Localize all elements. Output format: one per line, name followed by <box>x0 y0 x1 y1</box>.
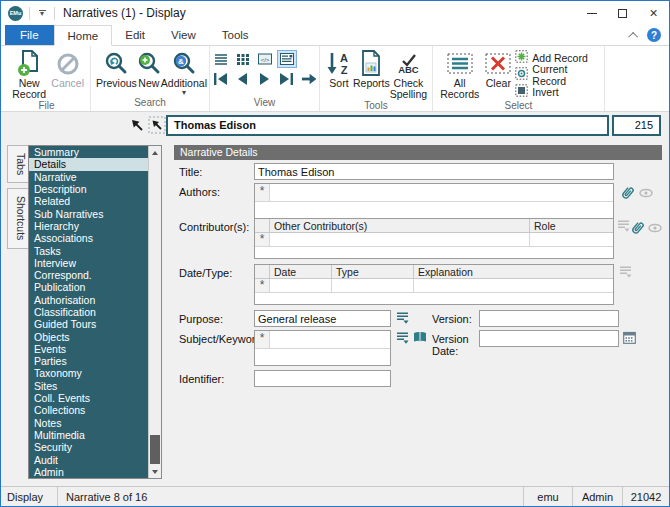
quick-access-dropdown[interactable]: ▾ <box>36 10 48 17</box>
sidebar-item-notes[interactable]: Notes <box>29 417 148 429</box>
contact-sheet-view-button[interactable] <box>234 51 252 67</box>
date-cell[interactable] <box>270 279 332 292</box>
scroll-down-icon[interactable] <box>149 465 161 478</box>
help-icon[interactable]: ? <box>647 28 661 42</box>
tab-file[interactable]: File <box>5 25 54 45</box>
scrollbar-thumb[interactable] <box>150 435 160 464</box>
new-search-button[interactable]: New <box>137 49 161 89</box>
contributors-col-header: Other Contributor(s) <box>270 219 530 232</box>
tab-home[interactable]: Home <box>54 25 113 46</box>
previous-record-button[interactable] <box>234 72 252 86</box>
drag-record-icon[interactable] <box>130 118 145 137</box>
version-input[interactable] <box>479 310 619 327</box>
scroll-up-icon[interactable] <box>149 146 161 159</box>
date-type-empty-row[interactable] <box>255 293 613 304</box>
new-record-button[interactable]: New Record <box>8 49 50 100</box>
last-record-button[interactable] <box>278 72 296 86</box>
title-input[interactable] <box>254 163 614 180</box>
sidebar-item-objects[interactable]: Objects <box>29 330 148 342</box>
sidebar-item-parties[interactable]: Parties <box>29 355 148 367</box>
lookup-list-icon[interactable] <box>619 265 632 278</box>
attachment-icon[interactable] <box>620 184 635 202</box>
contributor-cell[interactable] <box>270 233 530 246</box>
version-date-input[interactable] <box>479 330 619 347</box>
subject-cell[interactable] <box>270 331 390 348</box>
tabs-vertical-tab[interactable]: Tabs <box>7 145 28 183</box>
sidebar-item-security[interactable]: Security <box>29 441 148 453</box>
sidebar-item-taxonomy[interactable]: Taxonomy <box>29 367 148 379</box>
identifier-input[interactable] <box>254 370 391 387</box>
details-view-button[interactable] <box>278 51 296 67</box>
sidebar-item-events[interactable]: Events <box>29 343 148 355</box>
eye-icon[interactable] <box>648 223 662 233</box>
sidebar-item-correspond[interactable]: Correspond. <box>29 269 148 281</box>
explanation-cell[interactable] <box>414 279 613 292</box>
sidebar-item-collections[interactable]: Collections <box>29 404 148 416</box>
current-record-button[interactable]: Current Record <box>515 67 599 82</box>
sidebar-item-audit[interactable]: Audit <box>29 453 148 465</box>
subject-keywords-grid[interactable]: * <box>254 330 391 366</box>
contributors-table[interactable]: Other Contributor(s)Role * <box>254 218 614 259</box>
sidebar-scrollbar[interactable] <box>148 146 161 478</box>
next-record-button[interactable] <box>256 72 274 86</box>
goto-record-button[interactable] <box>300 72 318 86</box>
tab-view[interactable]: View <box>158 25 209 45</box>
attachment-icon[interactable] <box>630 219 645 237</box>
purpose-input[interactable] <box>254 310 391 327</box>
sidebar-item-guided-tours[interactable]: Guided Tours <box>29 318 148 330</box>
date-type-table[interactable]: DateTypeExplanation * <box>254 264 614 305</box>
maximize-button[interactable] <box>607 1 638 25</box>
reports-button[interactable]: Reports <box>353 49 390 89</box>
sidebar-item-related[interactable]: Related <box>29 195 148 207</box>
eye-icon[interactable] <box>639 188 653 198</box>
thesaurus-book-icon[interactable] <box>412 331 428 344</box>
lookup-list-icon[interactable] <box>617 219 630 232</box>
sidebar-item-classification[interactable]: Classification <box>29 306 148 318</box>
invert-selection-button[interactable]: Invert <box>515 84 599 99</box>
sidebar-item-description[interactable]: Description <box>29 183 148 195</box>
sidebar-item-publication[interactable]: Publication <box>29 281 148 293</box>
role-cell[interactable] <box>530 233 613 246</box>
sidebar-item-sites[interactable]: Sites <box>29 380 148 392</box>
close-button[interactable]: × <box>638 1 669 25</box>
shortcuts-vertical-tab[interactable]: Shortcuts <box>7 188 28 248</box>
authors-grid[interactable]: * <box>254 183 614 219</box>
calendar-icon[interactable] <box>623 331 636 344</box>
all-records-button[interactable]: All Records <box>438 49 481 100</box>
contributors-empty-row[interactable] <box>255 247 613 258</box>
tab-edit[interactable]: Edit <box>112 25 158 45</box>
collapse-ribbon-icon[interactable] <box>628 31 638 41</box>
sort-button[interactable]: AZ Sort <box>325 49 353 89</box>
sidebar-item-summary[interactable]: Summary <box>29 146 148 158</box>
row-marker: * <box>255 184 270 201</box>
sidebar-item-multimedia[interactable]: Multimedia <box>29 429 148 441</box>
sidebar-item-hierarchy[interactable]: Hierarchy <box>29 220 148 232</box>
authors-empty-row[interactable] <box>255 202 613 218</box>
sidebar-item-narrative[interactable]: Narrative <box>29 171 148 183</box>
minimize-button[interactable] <box>576 1 607 25</box>
sidebar-item-interview[interactable]: Interview <box>29 257 148 269</box>
sidebar-item-details[interactable]: Details <box>29 158 148 170</box>
page-view-button[interactable]: </> <box>256 51 274 67</box>
lookup-list-icon[interactable] <box>396 331 409 344</box>
cancel-button[interactable]: Cancel <box>50 49 85 89</box>
sidebar-item-associations[interactable]: Associations <box>29 232 148 244</box>
type-cell[interactable] <box>332 279 414 292</box>
first-record-button[interactable] <box>212 72 230 86</box>
sidebar-item-authorisation[interactable]: Authorisation <box>29 294 148 306</box>
previous-search-button[interactable]: Previous <box>96 49 137 89</box>
clear-button[interactable]: Clear <box>481 49 515 89</box>
subject-empty-row[interactable] <box>255 349 390 365</box>
drop-target-icon[interactable] <box>148 116 166 138</box>
sidebar-item-coll-events[interactable]: Coll. Events <box>29 392 148 404</box>
tab-tools[interactable]: Tools <box>209 25 262 45</box>
additional-search-button[interactable]: & Additional ▾ <box>161 49 207 96</box>
date-col-header: Date <box>270 265 332 278</box>
sidebar-item-admin[interactable]: Admin <box>29 466 148 478</box>
lookup-list-icon[interactable] <box>396 311 409 324</box>
authors-cell[interactable] <box>270 184 613 201</box>
list-view-button[interactable] <box>212 51 230 67</box>
sidebar-item-sub-narratives[interactable]: Sub Narratives <box>29 207 148 219</box>
check-spelling-button[interactable]: ABC Check Spelling <box>390 49 427 100</box>
sidebar-item-tasks[interactable]: Tasks <box>29 244 148 256</box>
